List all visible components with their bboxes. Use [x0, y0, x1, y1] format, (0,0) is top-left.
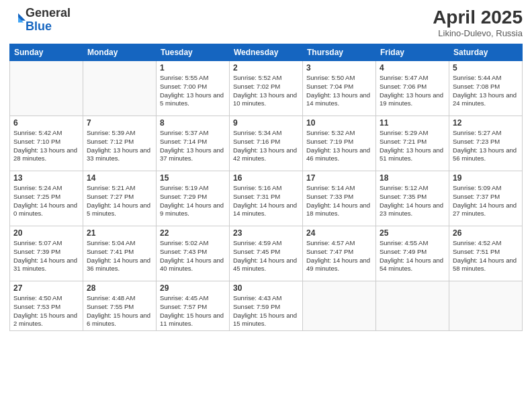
- calendar-day-cell: 7Sunrise: 5:39 AM Sunset: 7:12 PM Daylig…: [83, 116, 157, 171]
- calendar-day-cell: 21Sunrise: 5:04 AM Sunset: 7:41 PM Dayli…: [83, 226, 157, 281]
- day-number: 7: [87, 118, 152, 128]
- calendar-week-row: 13Sunrise: 5:24 AM Sunset: 7:25 PM Dayli…: [10, 171, 523, 226]
- day-info: Sunrise: 5:55 AM Sunset: 7:00 PM Dayligh…: [160, 74, 226, 108]
- calendar-day-cell: 20Sunrise: 5:07 AM Sunset: 7:39 PM Dayli…: [10, 226, 83, 281]
- calendar-day-cell: 24Sunrise: 4:57 AM Sunset: 7:47 PM Dayli…: [303, 226, 376, 281]
- calendar: SundayMondayTuesdayWednesdayThursdayFrid…: [9, 44, 523, 331]
- calendar-week-row: 1Sunrise: 5:55 AM Sunset: 7:00 PM Daylig…: [10, 61, 523, 116]
- calendar-day-cell: 10Sunrise: 5:32 AM Sunset: 7:19 PM Dayli…: [303, 116, 376, 171]
- day-info: Sunrise: 5:16 AM Sunset: 7:31 PM Dayligh…: [233, 184, 299, 218]
- day-number: 13: [13, 173, 79, 183]
- day-number: 16: [233, 173, 299, 183]
- logo-icon: [11, 11, 26, 26]
- day-info: Sunrise: 5:27 AM Sunset: 7:23 PM Dayligh…: [453, 129, 519, 163]
- header: General Blue April 2025 Likino-Dulevo, R…: [9, 7, 523, 38]
- day-number: 4: [380, 63, 445, 73]
- calendar-header-row: SundayMondayTuesdayWednesdayThursdayFrid…: [10, 44, 523, 61]
- day-info: Sunrise: 5:07 AM Sunset: 7:39 PM Dayligh…: [13, 239, 79, 273]
- day-of-week-header: Thursday: [303, 44, 376, 61]
- day-number: 17: [306, 173, 372, 183]
- day-of-week-header: Friday: [376, 44, 449, 61]
- calendar-day-cell: 23Sunrise: 4:59 AM Sunset: 7:45 PM Dayli…: [230, 226, 303, 281]
- calendar-day-cell: 9Sunrise: 5:34 AM Sunset: 7:16 PM Daylig…: [230, 116, 303, 171]
- day-number: 30: [233, 283, 299, 293]
- calendar-day-cell: 1Sunrise: 5:55 AM Sunset: 7:00 PM Daylig…: [157, 61, 230, 116]
- day-number: 1: [160, 63, 226, 73]
- calendar-day-cell: 30Sunrise: 4:43 AM Sunset: 7:59 PM Dayli…: [230, 281, 303, 331]
- day-info: Sunrise: 5:50 AM Sunset: 7:04 PM Dayligh…: [306, 74, 372, 108]
- calendar-week-row: 27Sunrise: 4:50 AM Sunset: 7:53 PM Dayli…: [10, 281, 523, 331]
- calendar-day-cell: 19Sunrise: 5:09 AM Sunset: 7:37 PM Dayli…: [449, 171, 523, 226]
- day-number: 2: [233, 63, 299, 73]
- day-of-week-header: Sunday: [10, 44, 83, 61]
- day-of-week-header: Saturday: [449, 44, 523, 61]
- calendar-day-cell: 12Sunrise: 5:27 AM Sunset: 7:23 PM Dayli…: [449, 116, 523, 171]
- calendar-day-cell: [303, 281, 376, 331]
- day-info: Sunrise: 5:19 AM Sunset: 7:29 PM Dayligh…: [160, 184, 226, 218]
- calendar-day-cell: 25Sunrise: 4:55 AM Sunset: 7:49 PM Dayli…: [376, 226, 449, 281]
- day-info: Sunrise: 5:21 AM Sunset: 7:27 PM Dayligh…: [87, 184, 152, 218]
- day-info: Sunrise: 5:47 AM Sunset: 7:06 PM Dayligh…: [380, 74, 445, 108]
- day-info: Sunrise: 4:59 AM Sunset: 7:45 PM Dayligh…: [233, 239, 299, 273]
- day-info: Sunrise: 4:50 AM Sunset: 7:53 PM Dayligh…: [13, 294, 79, 328]
- day-number: 8: [160, 118, 226, 128]
- day-info: Sunrise: 5:52 AM Sunset: 7:02 PM Dayligh…: [233, 74, 299, 108]
- day-info: Sunrise: 5:42 AM Sunset: 7:10 PM Dayligh…: [13, 129, 79, 163]
- day-info: Sunrise: 5:14 AM Sunset: 7:33 PM Dayligh…: [306, 184, 372, 218]
- day-number: 28: [87, 283, 152, 293]
- day-number: 19: [453, 173, 519, 183]
- day-info: Sunrise: 5:34 AM Sunset: 7:16 PM Dayligh…: [233, 129, 299, 163]
- calendar-day-cell: 2Sunrise: 5:52 AM Sunset: 7:02 PM Daylig…: [230, 61, 303, 116]
- calendar-day-cell: 22Sunrise: 5:02 AM Sunset: 7:43 PM Dayli…: [157, 226, 230, 281]
- title-area: April 2025 Likino-Dulevo, Russia: [433, 7, 523, 38]
- calendar-day-cell: 16Sunrise: 5:16 AM Sunset: 7:31 PM Dayli…: [230, 171, 303, 226]
- day-number: 20: [13, 228, 79, 238]
- calendar-day-cell: 28Sunrise: 4:48 AM Sunset: 7:55 PM Dayli…: [83, 281, 157, 331]
- day-info: Sunrise: 5:09 AM Sunset: 7:37 PM Dayligh…: [453, 184, 519, 218]
- calendar-day-cell: [449, 281, 523, 331]
- calendar-day-cell: 3Sunrise: 5:50 AM Sunset: 7:04 PM Daylig…: [303, 61, 376, 116]
- calendar-day-cell: 17Sunrise: 5:14 AM Sunset: 7:33 PM Dayli…: [303, 171, 376, 226]
- day-info: Sunrise: 4:55 AM Sunset: 7:49 PM Dayligh…: [380, 239, 445, 273]
- day-of-week-header: Tuesday: [157, 44, 230, 61]
- day-info: Sunrise: 4:57 AM Sunset: 7:47 PM Dayligh…: [306, 239, 372, 273]
- calendar-day-cell: 27Sunrise: 4:50 AM Sunset: 7:53 PM Dayli…: [10, 281, 83, 331]
- calendar-day-cell: [83, 61, 157, 116]
- day-number: 12: [453, 118, 519, 128]
- calendar-day-cell: 6Sunrise: 5:42 AM Sunset: 7:10 PM Daylig…: [10, 116, 83, 171]
- calendar-day-cell: 13Sunrise: 5:24 AM Sunset: 7:25 PM Dayli…: [10, 171, 83, 226]
- calendar-week-row: 6Sunrise: 5:42 AM Sunset: 7:10 PM Daylig…: [10, 116, 523, 171]
- day-of-week-header: Monday: [83, 44, 157, 61]
- day-number: 24: [306, 228, 372, 238]
- calendar-day-cell: 14Sunrise: 5:21 AM Sunset: 7:27 PM Dayli…: [83, 171, 157, 226]
- day-number: 9: [233, 118, 299, 128]
- calendar-day-cell: 4Sunrise: 5:47 AM Sunset: 7:06 PM Daylig…: [376, 61, 449, 116]
- calendar-week-row: 20Sunrise: 5:07 AM Sunset: 7:39 PM Dayli…: [10, 226, 523, 281]
- day-info: Sunrise: 5:44 AM Sunset: 7:08 PM Dayligh…: [453, 74, 519, 108]
- logo: General Blue: [9, 7, 71, 34]
- day-number: 6: [13, 118, 79, 128]
- day-info: Sunrise: 5:04 AM Sunset: 7:41 PM Dayligh…: [87, 239, 152, 273]
- day-info: Sunrise: 4:52 AM Sunset: 7:51 PM Dayligh…: [453, 239, 519, 273]
- day-number: 25: [380, 228, 445, 238]
- day-info: Sunrise: 5:24 AM Sunset: 7:25 PM Dayligh…: [13, 184, 79, 218]
- day-number: 14: [87, 173, 152, 183]
- day-of-week-header: Wednesday: [230, 44, 303, 61]
- day-number: 21: [87, 228, 152, 238]
- calendar-day-cell: 15Sunrise: 5:19 AM Sunset: 7:29 PM Dayli…: [157, 171, 230, 226]
- day-number: 11: [380, 118, 445, 128]
- day-info: Sunrise: 5:02 AM Sunset: 7:43 PM Dayligh…: [160, 239, 226, 273]
- calendar-day-cell: 11Sunrise: 5:29 AM Sunset: 7:21 PM Dayli…: [376, 116, 449, 171]
- calendar-day-cell: 18Sunrise: 5:12 AM Sunset: 7:35 PM Dayli…: [376, 171, 449, 226]
- day-number: 22: [160, 228, 226, 238]
- calendar-day-cell: 29Sunrise: 4:45 AM Sunset: 7:57 PM Dayli…: [157, 281, 230, 331]
- calendar-day-cell: 8Sunrise: 5:37 AM Sunset: 7:14 PM Daylig…: [157, 116, 230, 171]
- day-number: 10: [306, 118, 372, 128]
- calendar-day-cell: 5Sunrise: 5:44 AM Sunset: 7:08 PM Daylig…: [449, 61, 523, 116]
- day-number: 26: [453, 228, 519, 238]
- day-info: Sunrise: 5:37 AM Sunset: 7:14 PM Dayligh…: [160, 129, 226, 163]
- page: General Blue April 2025 Likino-Dulevo, R…: [0, 0, 532, 411]
- day-number: 18: [380, 173, 445, 183]
- calendar-day-cell: [10, 61, 83, 116]
- calendar-day-cell: 26Sunrise: 4:52 AM Sunset: 7:51 PM Dayli…: [449, 226, 523, 281]
